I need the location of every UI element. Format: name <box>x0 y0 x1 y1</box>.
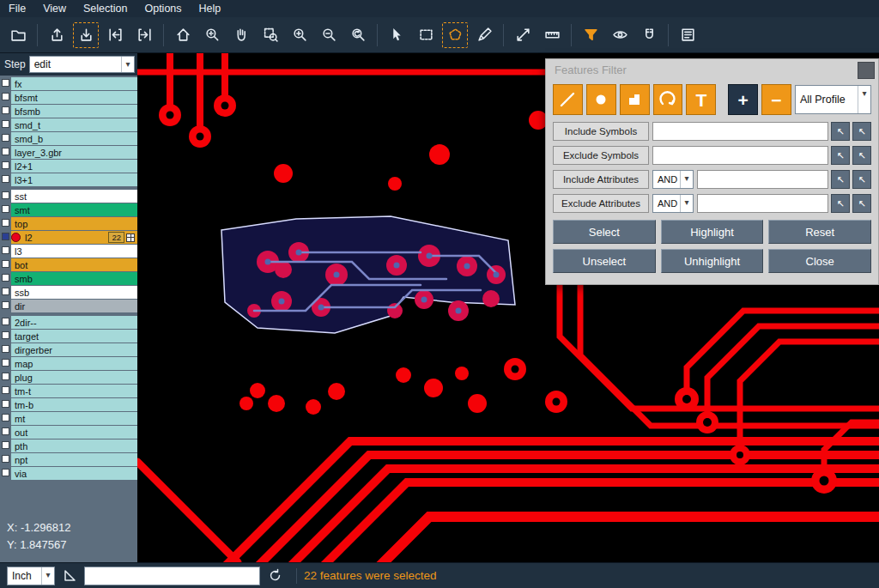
include-symbols-button[interactable]: Include Symbols <box>553 122 649 141</box>
layer-row-smd_t[interactable]: smd_t <box>0 118 137 131</box>
layer-name[interactable]: out <box>15 427 27 438</box>
layer-name[interactable]: top <box>15 219 27 229</box>
layer-name[interactable]: l2 <box>25 233 33 243</box>
layer-name[interactable]: npt <box>15 455 27 465</box>
pan-hand-icon[interactable] <box>228 22 254 48</box>
layer-name[interactable]: l3 <box>15 246 22 257</box>
include-attributes-pick-add-button[interactable]: ↖ <box>852 170 871 189</box>
layer-visibility-checkbox[interactable] <box>2 205 9 213</box>
layer-visibility-checkbox[interactable] <box>2 134 9 142</box>
measure-line-icon[interactable] <box>510 22 536 48</box>
corner-triangle-icon[interactable] <box>60 567 79 585</box>
layer-visibility-checkbox[interactable] <box>2 148 9 155</box>
layer-visibility-checkbox[interactable] <box>2 120 9 128</box>
layer-name[interactable]: dir <box>15 301 25 312</box>
layer-row-mt[interactable]: mt <box>0 412 137 425</box>
unhighlight-button[interactable]: Unhighlight <box>661 249 764 273</box>
layer-name[interactable]: plug <box>15 373 33 383</box>
layer-visibility-checkbox[interactable] <box>2 318 9 325</box>
layer-row-ssb[interactable]: ssb <box>0 286 137 299</box>
open-folder-icon[interactable] <box>5 22 31 48</box>
unselect-button[interactable]: Unselect <box>553 249 656 273</box>
select-button[interactable]: Select <box>553 220 656 244</box>
export-tray-icon[interactable] <box>44 22 70 48</box>
layer-row-npt[interactable]: npt <box>0 453 137 466</box>
menu-options[interactable]: Options <box>136 0 190 17</box>
layer-row-tm-t[interactable]: tm-t <box>0 385 137 397</box>
layer-visibility-checkbox[interactable] <box>2 455 9 463</box>
include-attributes-logic-select[interactable]: AND ▾ <box>652 170 694 189</box>
layer-visibility-checkbox[interactable] <box>2 288 9 295</box>
layer-name[interactable]: map <box>15 359 33 369</box>
menu-help[interactable]: Help <box>191 0 230 17</box>
measure-ruler-icon[interactable] <box>539 22 565 48</box>
include-symbols-pick-button[interactable]: ↖ <box>831 122 850 141</box>
layer-visibility-checkbox[interactable] <box>2 386 9 394</box>
layer-visibility-checkbox[interactable] <box>2 274 9 282</box>
close-button[interactable]: Close <box>768 249 871 273</box>
layer-row-2dir[interactable]: 2dir-- <box>0 316 137 329</box>
layer-visibility-checkbox[interactable] <box>2 191 9 199</box>
layer-name[interactable]: fx <box>15 79 22 89</box>
layer-visibility-checkbox[interactable] <box>2 359 9 367</box>
layer-visibility-checkbox[interactable] <box>2 373 9 380</box>
layer-name[interactable]: 2dir-- <box>15 318 37 328</box>
layer-name[interactable]: layer_3.gbr <box>15 148 62 158</box>
layer-visibility-checkbox[interactable] <box>2 260 9 268</box>
step-select[interactable]: edit ▾ <box>29 56 135 73</box>
layer-name[interactable]: bfsmb <box>15 106 40 117</box>
layer-name[interactable]: smb <box>15 274 33 284</box>
zoom-in-icon[interactable] <box>287 22 312 48</box>
select-cursor-icon[interactable] <box>384 22 409 48</box>
exclude-attributes-button[interactable]: Exclude Attributes <box>553 194 649 213</box>
layer-visibility-checkbox[interactable] <box>2 161 9 169</box>
dock-out-right-icon[interactable] <box>131 22 157 48</box>
layer-visibility-checkbox[interactable] <box>2 175 9 183</box>
layer-row-tm-b[interactable]: tm-b <box>0 398 137 411</box>
layer-row-via[interactable]: via <box>0 467 137 480</box>
dialog-titlebar-button[interactable] <box>858 62 875 79</box>
layer-row-top[interactable]: top <box>0 217 137 230</box>
layer-name[interactable]: pth <box>15 441 27 452</box>
layer-row-l2-active[interactable]: l222 <box>0 231 137 244</box>
layer-row-target[interactable]: target <box>0 330 137 342</box>
text-tool-button[interactable]: T <box>686 84 716 115</box>
layer-row-map[interactable]: map <box>0 357 137 370</box>
layer-name[interactable]: dirgerber <box>15 345 52 355</box>
exclude-attributes-pick-add-button[interactable]: ↖ <box>852 194 871 213</box>
layer-visibility-checkbox[interactable] <box>2 246 9 254</box>
exclude-attributes-logic-select[interactable]: AND ▾ <box>652 194 694 213</box>
layer-row-l3plus1[interactable]: l3+1 <box>0 173 137 186</box>
layer-name[interactable]: l2+1 <box>15 161 33 172</box>
rectangle-select-icon[interactable] <box>413 22 439 48</box>
include-symbols-input[interactable] <box>652 122 828 141</box>
layer-row-smb[interactable]: smb <box>0 272 137 285</box>
layer-name[interactable]: bfsmt <box>15 93 38 103</box>
layer-name[interactable]: target <box>15 331 39 342</box>
layer-visibility-checkbox[interactable] <box>2 414 9 421</box>
home-view-icon[interactable] <box>170 22 196 48</box>
notes-panel-icon[interactable] <box>675 22 700 48</box>
zoom-fit-icon[interactable] <box>199 22 225 48</box>
menu-selection[interactable]: Selection <box>75 0 136 17</box>
dock-in-left-icon[interactable] <box>102 22 128 48</box>
polygon-select-icon[interactable] <box>442 22 468 48</box>
remove-filter-button[interactable]: − <box>761 84 791 115</box>
layer-visibility-checkbox[interactable] <box>2 400 9 408</box>
layer-visibility-checkbox[interactable] <box>2 233 9 240</box>
layer-name[interactable]: tm-t <box>15 386 31 397</box>
reset-button[interactable]: Reset <box>768 220 871 244</box>
include-attributes-pick-button[interactable]: ↖ <box>831 170 850 189</box>
layer-row-pth[interactable]: pth <box>0 439 137 452</box>
layer-name[interactable]: ssb <box>15 288 29 298</box>
layer-visibility-checkbox[interactable] <box>2 301 9 309</box>
apply-brush-icon[interactable] <box>471 22 497 48</box>
exclude-symbols-pick-add-button[interactable]: ↖ <box>852 146 871 165</box>
dialog-title-bar[interactable]: Features Filter <box>546 59 878 81</box>
layer-name[interactable]: smt <box>15 205 30 215</box>
layer-row-bot[interactable]: bot <box>0 258 137 271</box>
layer-name[interactable]: smd_t <box>15 120 40 130</box>
layer-visibility-checkbox[interactable] <box>2 427 9 435</box>
layer-visibility-checkbox[interactable] <box>2 219 9 227</box>
unit-select[interactable]: Inch ▾ <box>7 567 55 585</box>
